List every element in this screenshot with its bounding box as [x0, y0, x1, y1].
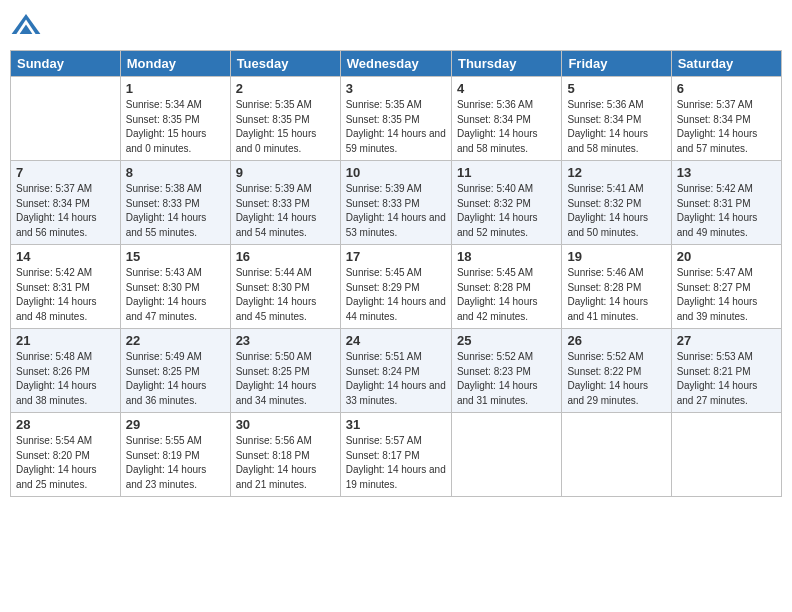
day-header-saturday: Saturday — [671, 51, 781, 77]
day-header-wednesday: Wednesday — [340, 51, 451, 77]
calendar-cell: 17Sunrise: 5:45 AMSunset: 8:29 PMDayligh… — [340, 245, 451, 329]
calendar-week-row: 7Sunrise: 5:37 AMSunset: 8:34 PMDaylight… — [11, 161, 782, 245]
calendar-cell: 16Sunrise: 5:44 AMSunset: 8:30 PMDayligh… — [230, 245, 340, 329]
day-number: 26 — [567, 333, 665, 348]
calendar-cell: 6Sunrise: 5:37 AMSunset: 8:34 PMDaylight… — [671, 77, 781, 161]
day-number: 22 — [126, 333, 225, 348]
day-number: 1 — [126, 81, 225, 96]
day-number: 15 — [126, 249, 225, 264]
day-number: 8 — [126, 165, 225, 180]
day-info: Sunrise: 5:48 AMSunset: 8:26 PMDaylight:… — [16, 350, 115, 408]
calendar-cell: 26Sunrise: 5:52 AMSunset: 8:22 PMDayligh… — [562, 329, 671, 413]
day-info: Sunrise: 5:35 AMSunset: 8:35 PMDaylight:… — [236, 98, 335, 156]
day-info: Sunrise: 5:35 AMSunset: 8:35 PMDaylight:… — [346, 98, 446, 156]
calendar-cell: 22Sunrise: 5:49 AMSunset: 8:25 PMDayligh… — [120, 329, 230, 413]
day-info: Sunrise: 5:39 AMSunset: 8:33 PMDaylight:… — [236, 182, 335, 240]
day-info: Sunrise: 5:45 AMSunset: 8:29 PMDaylight:… — [346, 266, 446, 324]
day-number: 2 — [236, 81, 335, 96]
calendar-header-row: SundayMondayTuesdayWednesdayThursdayFrid… — [11, 51, 782, 77]
calendar-cell — [11, 77, 121, 161]
day-number: 11 — [457, 165, 556, 180]
calendar-cell: 27Sunrise: 5:53 AMSunset: 8:21 PMDayligh… — [671, 329, 781, 413]
day-info: Sunrise: 5:54 AMSunset: 8:20 PMDaylight:… — [16, 434, 115, 492]
day-info: Sunrise: 5:37 AMSunset: 8:34 PMDaylight:… — [16, 182, 115, 240]
day-number: 7 — [16, 165, 115, 180]
day-info: Sunrise: 5:57 AMSunset: 8:17 PMDaylight:… — [346, 434, 446, 492]
calendar-week-row: 21Sunrise: 5:48 AMSunset: 8:26 PMDayligh… — [11, 329, 782, 413]
calendar-cell: 31Sunrise: 5:57 AMSunset: 8:17 PMDayligh… — [340, 413, 451, 497]
calendar-cell: 30Sunrise: 5:56 AMSunset: 8:18 PMDayligh… — [230, 413, 340, 497]
calendar-cell — [671, 413, 781, 497]
day-info: Sunrise: 5:51 AMSunset: 8:24 PMDaylight:… — [346, 350, 446, 408]
day-number: 18 — [457, 249, 556, 264]
day-info: Sunrise: 5:46 AMSunset: 8:28 PMDaylight:… — [567, 266, 665, 324]
calendar-cell: 19Sunrise: 5:46 AMSunset: 8:28 PMDayligh… — [562, 245, 671, 329]
day-header-thursday: Thursday — [451, 51, 561, 77]
day-info: Sunrise: 5:36 AMSunset: 8:34 PMDaylight:… — [567, 98, 665, 156]
day-info: Sunrise: 5:42 AMSunset: 8:31 PMDaylight:… — [16, 266, 115, 324]
calendar-cell: 24Sunrise: 5:51 AMSunset: 8:24 PMDayligh… — [340, 329, 451, 413]
calendar-cell: 7Sunrise: 5:37 AMSunset: 8:34 PMDaylight… — [11, 161, 121, 245]
day-number: 23 — [236, 333, 335, 348]
day-header-tuesday: Tuesday — [230, 51, 340, 77]
day-info: Sunrise: 5:43 AMSunset: 8:30 PMDaylight:… — [126, 266, 225, 324]
day-info: Sunrise: 5:44 AMSunset: 8:30 PMDaylight:… — [236, 266, 335, 324]
calendar-cell: 28Sunrise: 5:54 AMSunset: 8:20 PMDayligh… — [11, 413, 121, 497]
calendar-cell: 5Sunrise: 5:36 AMSunset: 8:34 PMDaylight… — [562, 77, 671, 161]
calendar-cell — [562, 413, 671, 497]
calendar-cell: 14Sunrise: 5:42 AMSunset: 8:31 PMDayligh… — [11, 245, 121, 329]
day-info: Sunrise: 5:45 AMSunset: 8:28 PMDaylight:… — [457, 266, 556, 324]
day-number: 4 — [457, 81, 556, 96]
day-number: 24 — [346, 333, 446, 348]
calendar-cell: 3Sunrise: 5:35 AMSunset: 8:35 PMDaylight… — [340, 77, 451, 161]
day-number: 20 — [677, 249, 776, 264]
day-number: 14 — [16, 249, 115, 264]
day-info: Sunrise: 5:53 AMSunset: 8:21 PMDaylight:… — [677, 350, 776, 408]
day-number: 17 — [346, 249, 446, 264]
day-info: Sunrise: 5:49 AMSunset: 8:25 PMDaylight:… — [126, 350, 225, 408]
day-info: Sunrise: 5:42 AMSunset: 8:31 PMDaylight:… — [677, 182, 776, 240]
calendar-cell: 18Sunrise: 5:45 AMSunset: 8:28 PMDayligh… — [451, 245, 561, 329]
day-number: 21 — [16, 333, 115, 348]
calendar-cell: 10Sunrise: 5:39 AMSunset: 8:33 PMDayligh… — [340, 161, 451, 245]
day-info: Sunrise: 5:41 AMSunset: 8:32 PMDaylight:… — [567, 182, 665, 240]
calendar-week-row: 14Sunrise: 5:42 AMSunset: 8:31 PMDayligh… — [11, 245, 782, 329]
day-header-sunday: Sunday — [11, 51, 121, 77]
calendar-cell — [451, 413, 561, 497]
day-info: Sunrise: 5:40 AMSunset: 8:32 PMDaylight:… — [457, 182, 556, 240]
calendar-week-row: 28Sunrise: 5:54 AMSunset: 8:20 PMDayligh… — [11, 413, 782, 497]
day-number: 25 — [457, 333, 556, 348]
calendar-cell: 23Sunrise: 5:50 AMSunset: 8:25 PMDayligh… — [230, 329, 340, 413]
page-header — [10, 10, 782, 42]
calendar-cell: 13Sunrise: 5:42 AMSunset: 8:31 PMDayligh… — [671, 161, 781, 245]
day-info: Sunrise: 5:55 AMSunset: 8:19 PMDaylight:… — [126, 434, 225, 492]
calendar-table: SundayMondayTuesdayWednesdayThursdayFrid… — [10, 50, 782, 497]
day-info: Sunrise: 5:34 AMSunset: 8:35 PMDaylight:… — [126, 98, 225, 156]
day-info: Sunrise: 5:39 AMSunset: 8:33 PMDaylight:… — [346, 182, 446, 240]
day-info: Sunrise: 5:50 AMSunset: 8:25 PMDaylight:… — [236, 350, 335, 408]
calendar-cell: 12Sunrise: 5:41 AMSunset: 8:32 PMDayligh… — [562, 161, 671, 245]
day-number: 30 — [236, 417, 335, 432]
calendar-cell: 8Sunrise: 5:38 AMSunset: 8:33 PMDaylight… — [120, 161, 230, 245]
day-info: Sunrise: 5:52 AMSunset: 8:23 PMDaylight:… — [457, 350, 556, 408]
day-info: Sunrise: 5:47 AMSunset: 8:27 PMDaylight:… — [677, 266, 776, 324]
day-number: 3 — [346, 81, 446, 96]
day-info: Sunrise: 5:52 AMSunset: 8:22 PMDaylight:… — [567, 350, 665, 408]
day-number: 31 — [346, 417, 446, 432]
day-number: 16 — [236, 249, 335, 264]
calendar-cell: 20Sunrise: 5:47 AMSunset: 8:27 PMDayligh… — [671, 245, 781, 329]
day-info: Sunrise: 5:56 AMSunset: 8:18 PMDaylight:… — [236, 434, 335, 492]
calendar-cell: 25Sunrise: 5:52 AMSunset: 8:23 PMDayligh… — [451, 329, 561, 413]
calendar-cell: 1Sunrise: 5:34 AMSunset: 8:35 PMDaylight… — [120, 77, 230, 161]
day-number: 27 — [677, 333, 776, 348]
day-number: 19 — [567, 249, 665, 264]
logo — [10, 10, 46, 42]
calendar-cell: 2Sunrise: 5:35 AMSunset: 8:35 PMDaylight… — [230, 77, 340, 161]
calendar-cell: 9Sunrise: 5:39 AMSunset: 8:33 PMDaylight… — [230, 161, 340, 245]
day-info: Sunrise: 5:37 AMSunset: 8:34 PMDaylight:… — [677, 98, 776, 156]
day-header-monday: Monday — [120, 51, 230, 77]
day-number: 28 — [16, 417, 115, 432]
day-number: 13 — [677, 165, 776, 180]
calendar-week-row: 1Sunrise: 5:34 AMSunset: 8:35 PMDaylight… — [11, 77, 782, 161]
day-number: 10 — [346, 165, 446, 180]
